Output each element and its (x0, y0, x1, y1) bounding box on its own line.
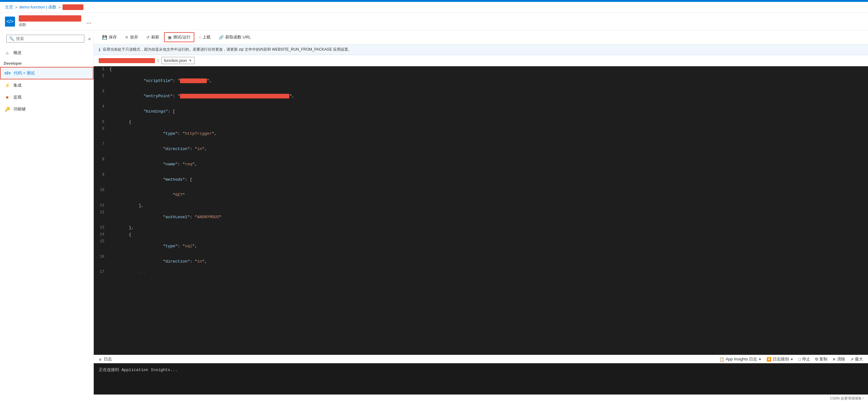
clear-button[interactable]: ✕ 清除 (832, 356, 845, 362)
sidebar-item-integration-label: 集成 (13, 83, 22, 88)
copy-icon: ⧉ (815, 357, 818, 362)
discard-label: 放弃 (130, 34, 138, 40)
status-bar: CSDN @爱埋湖湖海 ~ (94, 395, 868, 402)
sidebar-item-code-test[interactable]: </> 代码 + 测试 (0, 67, 93, 79)
file-dropdown[interactable]: function.json ▼ (161, 57, 195, 64)
breadcrumb-sep2: > (58, 5, 61, 10)
stop-button[interactable]: □ 停止 (798, 356, 810, 362)
log-level-dropdown-icon: ▼ (790, 357, 793, 361)
code-editor[interactable]: 1 { 2 "scriptFile": " ", 3 "entryPoint":… (94, 66, 868, 355)
maximize-button[interactable]: ↗ 最大 (850, 356, 863, 362)
sidebar-item-overview[interactable]: ⌂ 概述 (0, 47, 93, 59)
save-icon: 💾 (102, 35, 107, 40)
breadcrumb: 主页 > demo-function | 函数 > (0, 2, 868, 13)
log-bar: ∨ 日志 📋 App Insights 日志 ▼ 🔽 日志级别 ▼ □ 停止 (94, 355, 868, 363)
code-line-4: 4 "bindings": [ (94, 104, 868, 119)
developer-section-label: Developer (0, 59, 93, 67)
main-container: 🔍 « ⌂ 概述 Developer </> 代码 + 测试 ⚡ 集成 ■ 监视… (0, 30, 868, 402)
page-header: </> 函数 ... (0, 13, 868, 30)
code-test-icon: </> (4, 70, 11, 76)
code-line-8: 8 "name": "req", (94, 156, 868, 172)
sidebar-item-overview-label: 概述 (13, 50, 22, 56)
file-path-bar: \ function.json ▼ (94, 55, 868, 66)
sidebar-item-monitor-label: 监视 (13, 94, 22, 100)
line-num-5: 5 (94, 119, 110, 124)
save-button[interactable]: 💾 保存 (99, 32, 120, 42)
line-num-13: 13 (94, 225, 110, 230)
refresh-button[interactable]: ↺ 刷新 (143, 32, 163, 42)
breadcrumb-home[interactable]: 主页 (5, 4, 13, 10)
search-input[interactable] (16, 36, 82, 41)
content-area: 💾 保存 ✕ 放弃 ↺ 刷新 ▣ 测试/运行 ↑ 上载 🔗 获取函数 URL (94, 30, 868, 402)
upload-icon: ↑ (199, 35, 201, 40)
line-num-1: 1 (94, 66, 110, 71)
app-insights-dropdown-icon: ▼ (758, 357, 762, 361)
line-num-2: 2 (94, 73, 110, 78)
upload-label: 上载 (203, 34, 211, 40)
sidebar-item-monitor[interactable]: ■ 监视 (0, 91, 93, 103)
stop-label: 停止 (802, 356, 810, 362)
line-num-8: 8 (94, 156, 110, 162)
code-line-16: 16 "direction": "in", (94, 254, 868, 269)
refresh-label: 刷新 (151, 34, 159, 40)
code-line-17: 17 ... (94, 269, 868, 276)
log-console: 正在连接到 Application Insights... (94, 363, 868, 395)
log-bar-controls: 📋 App Insights 日志 ▼ 🔽 日志级别 ▼ □ 停止 ⧉ 复制 (719, 356, 863, 362)
line-num-3: 3 (94, 88, 110, 93)
log-expand-button[interactable]: ∨ 日志 (99, 356, 112, 362)
code-line-11: 11 ], (94, 203, 868, 209)
sidebar: 🔍 « ⌂ 概述 Developer </> 代码 + 测试 ⚡ 集成 ■ 监视… (0, 30, 94, 402)
code-line-7: 7 "direction": "in", (94, 141, 868, 156)
sidebar-item-integration[interactable]: ⚡ 集成 (0, 79, 93, 91)
line-num-7: 7 (94, 141, 110, 146)
line-num-16: 16 (94, 254, 110, 259)
breadcrumb-function-name (62, 4, 84, 10)
page-title-redacted (19, 15, 81, 22)
toolbar: 💾 保存 ✕ 放弃 ↺ 刷新 ▣ 测试/运行 ↑ 上载 🔗 获取函数 URL (94, 30, 868, 45)
log-expand-icon: ∨ (99, 357, 102, 362)
function-icon: </> (5, 17, 15, 27)
info-banner: ℹ 应用当前处于只读模式，因为你是从包文件中运行的。若要进行任何更改，请更新 z… (94, 45, 868, 55)
sidebar-item-function-keys[interactable]: 🔑 功能键 (0, 103, 93, 115)
sidebar-item-function-keys-label: 功能键 (13, 106, 26, 112)
log-level-button[interactable]: 🔽 日志级别 ▼ (767, 356, 793, 362)
breadcrumb-function-app[interactable]: demo-function | 函数 (19, 4, 57, 10)
line-num-17: 17 (94, 269, 110, 274)
line-num-12: 12 (94, 209, 110, 214)
page-subtitle: 函数 (19, 22, 81, 28)
log-level-label: 日志级别 (773, 356, 789, 362)
get-url-icon: 🔗 (219, 35, 224, 40)
info-icon: ℹ (99, 47, 100, 52)
app-insights-label: App Insights 日志 (725, 356, 757, 362)
discard-button[interactable]: ✕ 放弃 (122, 32, 142, 42)
more-options-icon[interactable]: ... (86, 18, 92, 25)
app-insights-button[interactable]: 📋 App Insights 日志 ▼ (719, 356, 762, 362)
line-num-10: 10 (94, 187, 110, 192)
test-run-button[interactable]: ▣ 测试/运行 (164, 32, 194, 42)
stop-icon: □ (798, 357, 801, 362)
code-line-13: 13 }, (94, 225, 868, 232)
copy-label: 复制 (819, 356, 827, 362)
monitor-icon: ■ (4, 94, 10, 100)
upload-button[interactable]: ↑ 上载 (195, 32, 214, 42)
test-run-icon: ▣ (168, 35, 172, 40)
search-box[interactable]: 🔍 (6, 35, 84, 42)
app-insights-icon: 📋 (719, 357, 724, 362)
code-line-12: 12 "authLevel": "ANONYMOUS" (94, 209, 868, 225)
discard-icon: ✕ (125, 35, 128, 40)
collapse-sidebar-icon[interactable]: « (88, 36, 91, 41)
clear-icon: ✕ (832, 357, 836, 362)
search-icon: 🔍 (9, 36, 14, 41)
get-url-button[interactable]: 🔗 获取函数 URL (215, 32, 254, 42)
line-num-14: 14 (94, 232, 110, 237)
log-label: 日志 (104, 356, 112, 362)
line-num-15: 15 (94, 238, 110, 243)
function-keys-icon: 🔑 (4, 106, 10, 112)
log-level-icon: 🔽 (767, 357, 771, 362)
file-dropdown-arrow-icon: ▼ (189, 59, 192, 62)
test-run-label: 测试/运行 (173, 34, 191, 40)
maximize-icon: ↗ (850, 357, 854, 362)
refresh-icon: ↺ (146, 35, 150, 40)
line-num-11: 11 (94, 203, 110, 207)
copy-button[interactable]: ⧉ 复制 (815, 356, 827, 362)
